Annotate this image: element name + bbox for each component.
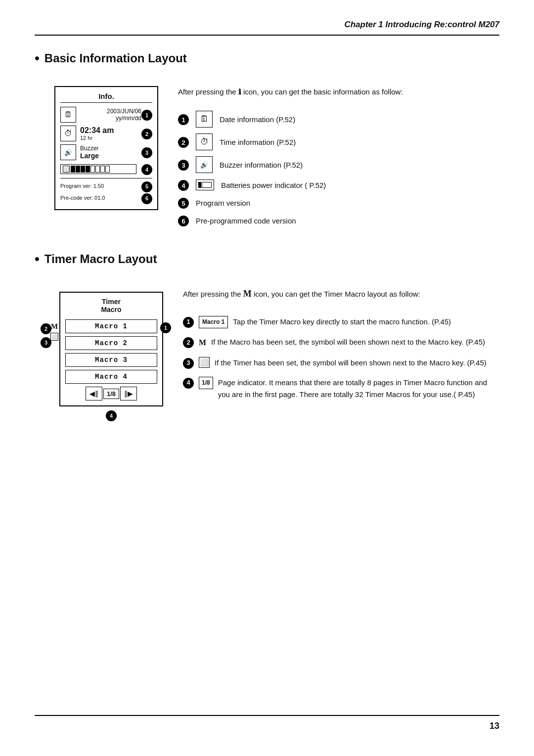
device-title: Info. (60, 92, 152, 103)
bar1 (71, 166, 75, 173)
item-num-3: 3 (178, 160, 189, 171)
macro1-num-label: 1 (160, 321, 171, 333)
time-info-icon: ⏱ (196, 133, 213, 150)
battery-body-icon: ⬜ (63, 166, 70, 173)
buzzer-label: Buzzer (80, 145, 141, 152)
num-label-2: 2 (141, 128, 152, 139)
side-num-3: 3 (41, 337, 51, 348)
bar6-empty (95, 166, 100, 173)
num-1-arrow: 1 (160, 322, 171, 333)
prog-row: Program ver: 1.50 5 Pre-code ver: 01.0 6 (60, 178, 152, 204)
next-arrow[interactable]: ‖▶ (120, 387, 137, 400)
info-device-box: Info. 🗓 2003/JUN/06 yy/mm/dd 1 ⏱ (54, 86, 158, 210)
battery-indicator: ⬜ (60, 164, 136, 174)
date-icon: 🗓 (60, 107, 76, 123)
timer-macro-title: Timer Macro Layout (35, 251, 499, 267)
info-item-date: 1 🗓 Date information (P.52) (178, 111, 499, 128)
side-symbols: M ⬜ (50, 322, 58, 341)
prev-arrow[interactable]: ◀‖ (86, 387, 102, 400)
buzzer-size: Large (80, 152, 141, 160)
m-symbol: M (51, 322, 58, 331)
page-number: 13 (490, 721, 499, 731)
page-footer: 13 (35, 715, 499, 731)
timer-num-1: 1 (183, 317, 194, 328)
macro1-label-icon: Macro 1 (199, 316, 228, 328)
timer-num-3: 3 (183, 358, 194, 369)
info-item-precode: 6 Pre-programmed code version (178, 215, 499, 226)
num-label-5: 5 (141, 181, 152, 192)
prog-ver: Program ver: 1.50 (60, 182, 104, 191)
info-item-prog: 5 Program version (178, 197, 499, 209)
num-label-1: 1 (141, 109, 152, 121)
timer-device-wrapper: 2 3 M ⬜ TimerMacro Macro 1 (59, 292, 163, 421)
chapter-title: Chapter 1 Introducing Re:control M207 (344, 20, 499, 29)
timer-intro-text: After pressing the M icon, you can get t… (183, 287, 499, 301)
num-label-6: 6 (141, 193, 152, 204)
info-item-battery: 4 Batteries power indicator ( P.52) (178, 179, 499, 191)
time-value: 02:34 am (80, 126, 141, 135)
num-label-4: 4 (141, 163, 152, 175)
timer-item-3-text: If the Timer has been set, the symbol wi… (215, 357, 487, 369)
prog-info-label: Program version (196, 199, 250, 207)
timer-section-body: 2 3 M ⬜ TimerMacro Macro 1 (35, 287, 499, 421)
page-indicator: 1/8 (103, 389, 119, 399)
timer-item-4-text: Page indicator. It means that there are … (218, 377, 499, 400)
item-num-6: 6 (178, 216, 189, 226)
bar2 (76, 166, 80, 173)
date-format: yy/mm/dd (80, 115, 141, 122)
side-labels: 2 3 (41, 322, 51, 348)
macro3-btn[interactable]: Macro 3 (65, 353, 157, 367)
timer-item-4: 4 1/8 Page indicator. It means that ther… (183, 377, 499, 400)
macro4-btn[interactable]: Macro 4 (65, 370, 157, 384)
macro1-btn[interactable]: Macro 1 (65, 319, 157, 333)
timer-symbol: ⬜ (50, 333, 58, 341)
timer-item-1-text: Tap the Timer Macro key directly to star… (233, 316, 451, 328)
side-num-2: 2 (41, 323, 51, 334)
info-device-wrapper: Info. 🗓 2003/JUN/06 yy/mm/dd 1 ⏱ (54, 86, 158, 226)
buzzer-info-label: Buzzer information (P.52) (220, 161, 303, 169)
page: Chapter 1 Introducing Re:control M207 Ba… (0, 0, 534, 756)
item-num-1: 1 (178, 114, 189, 125)
timer-item-2: 2 M If the Macro has been set, the symbo… (183, 336, 499, 349)
macro2-btn[interactable]: Macro 2 (65, 336, 157, 350)
bottom-num-4: 4 (59, 409, 163, 421)
basic-info-section: Info. 🗓 2003/JUN/06 yy/mm/dd 1 ⏱ (35, 76, 499, 226)
battery-info-label: Batteries power indicator ( P.52) (221, 181, 326, 189)
timer-device-box: TimerMacro Macro 1 1 Macro 2 Macro 3 Mac… (59, 292, 163, 406)
bar7-empty (100, 166, 105, 173)
time-sub: 12 hr (80, 135, 141, 141)
date-info-label: Date information (P.52) (220, 115, 295, 124)
item-num-5: 5 (178, 198, 189, 209)
bar5-empty (90, 166, 95, 173)
info-item-buzzer: 3 🔊 Buzzer information (P.52) (178, 156, 499, 173)
time-info-label: Time information (P.52) (220, 138, 296, 146)
precode-info-label: Pre-programmed code version (196, 217, 296, 225)
basic-info-title: Basic Information Layout (35, 50, 499, 66)
timer-num-4: 4 (183, 378, 194, 389)
timer-macro-section: Timer Macro Layout 2 3 M ⬜ TimerMacro (35, 251, 499, 421)
timer-device-title: TimerMacro (65, 298, 157, 315)
info-item-time: 2 ⏱ Time information (P.52) (178, 133, 499, 150)
pre-code: Pre-code ver: 01.0 (60, 194, 105, 203)
time-row: ⏱ 02:34 am 12 hr 2 (60, 126, 152, 141)
basic-intro-text: After pressing the ℹ icon, you can get t… (178, 86, 499, 98)
timer-num-2: 2 (183, 337, 194, 348)
bar8-empty (105, 166, 110, 173)
item-num-2: 2 (178, 137, 189, 148)
bar3 (81, 166, 85, 173)
timer-info-list: After pressing the M icon, you can get t… (183, 287, 499, 421)
bar4 (86, 166, 90, 173)
page-ind-icon: 1/8 (199, 377, 213, 389)
time-icon: ⏱ (60, 126, 76, 141)
m-bold-label: M (199, 336, 206, 349)
timer-item-2-text: If the Macro has been set, the symbol wi… (211, 336, 485, 348)
num-label-3: 3 (141, 146, 152, 158)
timer-item-1: 1 Macro 1 Tap the Timer Macro key direct… (183, 316, 499, 328)
buzzer-row: 🔊 Buzzer Large 3 (60, 144, 152, 160)
timer-item-3: 3 ⬜ If the Timer has been set, the symbo… (183, 357, 499, 369)
timer-nav-row: ◀‖ 1/8 ‖▶ (65, 387, 157, 400)
buzzer-icon: 🔊 (60, 144, 76, 160)
date-value: 2003/JUN/06 (80, 108, 141, 115)
battery-row: ⬜ 4 (60, 163, 152, 175)
buzzer-info-icon: 🔊 (196, 156, 213, 173)
